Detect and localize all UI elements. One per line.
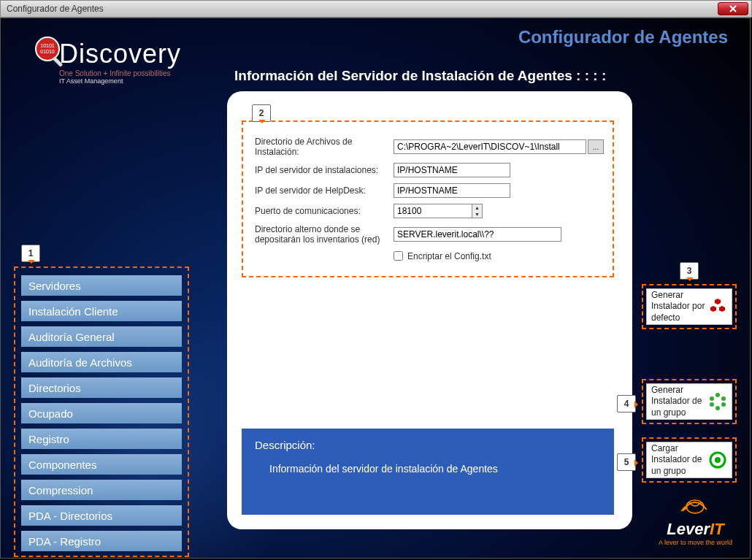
sidebar-item-componentes[interactable]: Componentes (21, 454, 182, 475)
label-ip-install: IP del servidor de instalaciones: (255, 165, 394, 175)
sidebar-item-ocupado[interactable]: Ocupado (21, 403, 182, 423)
callout-badge-3: 3 (680, 262, 699, 280)
svg-text:10101: 10101 (40, 43, 55, 48)
sidebar-item-compression[interactable]: Compression (21, 480, 182, 500)
sidebar-item-label: Instalación Cliente (28, 305, 118, 318)
sidebar-item-servidores[interactable]: Servidores (21, 275, 182, 296)
main-panel: 2 Directorio de Archivos de Instalación:… (227, 91, 632, 529)
input-install-dir[interactable] (394, 139, 586, 154)
svg-point-12 (710, 396, 714, 401)
callout-load-group: 5 Cargar Instalador de un grupo (642, 437, 737, 483)
checkbox-encrypt[interactable] (394, 251, 403, 261)
vendor-logo: LeverIT A lever to move the world (659, 488, 732, 546)
label-encrypt: Encriptar el Config.txt (407, 251, 491, 261)
spinner-up-icon[interactable]: ▲ (472, 204, 482, 211)
row-alt-dir: Directorio alterno donde se depositarán … (255, 224, 604, 245)
vendor-name: LeverIT (659, 520, 732, 539)
svg-rect-3 (52, 56, 63, 67)
vendor-tagline: A lever to move the world (659, 539, 732, 546)
svg-marker-6 (719, 306, 725, 312)
sidebar-item-label: Directorios (28, 382, 81, 394)
sidebar-item-auditoria-archivos[interactable]: Auditoría de Archivos (21, 352, 182, 372)
button-generate-default-installer[interactable]: Generar Instalador por defecto (646, 288, 732, 325)
sidebar-item-directorios[interactable]: Directorios (21, 377, 182, 398)
page-title: Configurador de Agentes (518, 27, 728, 47)
description-heading: Descripción: (255, 439, 601, 451)
sidebar-item-label: Auditoría de Archivos (28, 356, 132, 369)
logo-text: Discovery (59, 39, 181, 69)
asterisk-green-icon (708, 392, 727, 411)
svg-text:01010: 01010 (40, 49, 55, 54)
hex-red-icon (708, 297, 727, 316)
sidebar-callout: 1 Servidores Instalación Cliente Auditor… (14, 266, 189, 557)
port-spinner[interactable]: ▲ ▼ (472, 204, 483, 218)
close-icon (729, 5, 737, 12)
button-load-group-installer[interactable]: Cargar Instalador de un grupo (646, 442, 732, 478)
logo-tagline-2: IT Asset Management (59, 77, 181, 85)
app-body: Configurador de Agentes 10101 01010 Disc… (0, 18, 751, 559)
row-encrypt: Encriptar el Config.txt (394, 251, 604, 261)
row-install-dir: Directorio de Archivos de Instalación: .… (255, 137, 604, 157)
svg-point-14 (715, 457, 721, 463)
label-port: Puerto de comunicaciones: (255, 206, 394, 216)
spinner-down-icon[interactable]: ▼ (472, 211, 482, 218)
input-alt-dir[interactable] (394, 227, 561, 242)
sidebar-item-label: Auditoría General (28, 331, 115, 343)
window-close-button[interactable] (718, 2, 748, 15)
callout-generate-default: 3 Generar Instalador por defecto (642, 284, 737, 329)
sidebar-item-pda-registro[interactable]: PDA - Registro (21, 531, 182, 551)
sidebar-item-pda-directorios[interactable]: PDA - Directorios (21, 505, 182, 526)
row-ip-helpdesk: IP del servidor de HelpDesk: (255, 183, 604, 198)
callout-badge-5: 5 (617, 453, 636, 471)
browse-button[interactable]: ... (588, 139, 604, 154)
target-green-icon (708, 450, 727, 469)
input-port[interactable] (394, 204, 472, 218)
callout-badge-1: 1 (21, 245, 40, 262)
callout-badge-4: 4 (617, 395, 636, 413)
label-alt-dir: Directorio alterno donde se depositarán … (255, 224, 394, 245)
sidebar-item-label: Ocupado (28, 407, 73, 420)
input-ip-install[interactable] (394, 163, 510, 177)
sidebar-item-label: PDA - Registro (28, 535, 101, 548)
description-panel: Descripción: Información del servidor de… (242, 429, 614, 515)
callout-generate-group: 4 Generar Instalador de un grupo (642, 379, 737, 424)
product-logo: 10101 01010 Discovery One Solution + Inf… (37, 39, 181, 85)
description-text: Información del servidor de instalación … (269, 463, 601, 475)
sidebar-item-label: Compression (28, 484, 93, 496)
sidebar-item-label: Componentes (28, 459, 96, 471)
window-title: Configurador de Agentes (7, 4, 104, 14)
logo-tagline-1: One Solution + Infinite possibilities (59, 69, 181, 77)
sidebar-item-registro[interactable]: Registro (21, 429, 182, 449)
window-titlebar: Configurador de Agentes (0, 0, 752, 18)
sidebar-item-label: PDA - Directorios (28, 510, 112, 522)
magnifier-icon: 10101 01010 (31, 33, 68, 69)
sidebar-item-instalacion-cliente[interactable]: Instalación Cliente (21, 301, 182, 321)
svg-point-11 (710, 402, 714, 407)
sidebar-item-label: Registro (28, 433, 69, 445)
button-label: Cargar Instalador de un grupo (651, 443, 705, 477)
input-ip-helpdesk[interactable] (394, 183, 510, 198)
callout-badge-2: 2 (252, 104, 271, 122)
globe-icon (679, 488, 711, 515)
button-label: Generar Instalador por defecto (651, 290, 705, 324)
sidebar-item-auditoria-general[interactable]: Auditoría General (21, 326, 182, 347)
form-callout: 2 Directorio de Archivos de Instalación:… (242, 120, 614, 277)
section-heading: Información del Servidor de Instalación … (234, 68, 606, 84)
svg-marker-4 (715, 299, 721, 304)
svg-point-8 (721, 396, 726, 401)
row-ip-install: IP del servidor de instalaciones: (255, 163, 604, 177)
svg-marker-5 (710, 306, 716, 312)
row-port: Puerto de comunicaciones: ▲ ▼ (255, 204, 604, 218)
sidebar-item-label: Servidores (28, 280, 81, 292)
label-ip-helpdesk: IP del servidor de HelpDesk: (255, 185, 394, 196)
svg-point-10 (715, 406, 720, 410)
svg-point-9 (721, 402, 726, 407)
svg-point-7 (715, 393, 720, 397)
button-generate-group-installer[interactable]: Generar Instalador de un grupo (646, 383, 732, 420)
label-install-dir: Directorio de Archivos de Instalación: (255, 137, 394, 157)
button-label: Generar Instalador de un grupo (651, 385, 705, 419)
